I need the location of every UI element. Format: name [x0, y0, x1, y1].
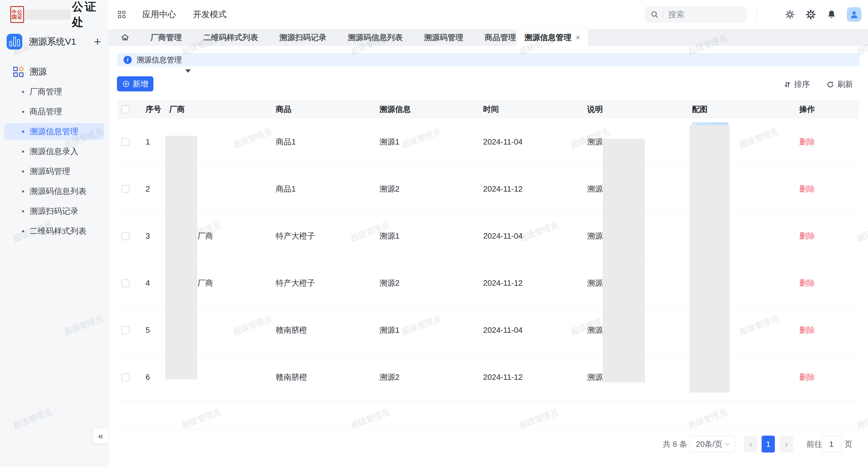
- header-divider: [757, 7, 757, 22]
- tab-item[interactable]: 商品管理: [484, 29, 517, 46]
- bullet-icon: [22, 130, 24, 133]
- brand-area: 中国 公证 公证处: [0, 0, 108, 29]
- chevron-down-icon: [185, 69, 191, 73]
- row-checkbox[interactable]: [121, 138, 130, 146]
- tab-item[interactable]: 二维码样式列表: [203, 29, 258, 46]
- goto-suffix: 页: [844, 436, 852, 453]
- refresh-button[interactable]: 刷新: [826, 79, 853, 90]
- row-checkbox[interactable]: [121, 326, 130, 334]
- header-actions: [645, 0, 861, 29]
- tab-item[interactable]: 溯源扫码记录: [279, 29, 327, 46]
- cell-trace-info: 溯源2: [379, 184, 483, 194]
- sort-icon: [783, 80, 792, 89]
- cell-trace-info: 溯源2: [379, 372, 483, 382]
- row-checkbox[interactable]: [121, 232, 130, 240]
- delete-button[interactable]: 删除: [799, 231, 815, 240]
- table-body: 1 商品1 溯源1 2024-11-04 溯源 删除 2 商品1 溯源2 202…: [118, 119, 859, 401]
- app-root: 超级管理员超级管理员超级管理员超级管理员超级管理员超级管理员超级管理员超级管理员…: [0, 0, 868, 467]
- sort-label: 排序: [794, 79, 810, 90]
- sidebar-item[interactable]: 溯源信息录入: [4, 143, 104, 160]
- redacted-image-column: [689, 125, 730, 392]
- settings-gear-outline-icon[interactable]: [805, 9, 816, 20]
- tab-label: 溯源信息管理: [524, 32, 571, 43]
- cell-index: 4: [140, 279, 169, 288]
- cell-index: 1: [140, 137, 169, 147]
- sidebar-item[interactable]: 溯源码信息列表: [4, 183, 104, 200]
- add-button-label: 新增: [133, 79, 148, 89]
- sidebar-item[interactable]: 厂商管理: [4, 83, 104, 100]
- column-header: 配图: [692, 104, 799, 115]
- cell-time: 2024-11-04: [483, 325, 587, 335]
- table-footer-spacer: [118, 401, 859, 430]
- goto-page-input[interactable]: [822, 439, 841, 449]
- main-area: 厂商管理二维码样式列表溯源扫码记录溯源码信息列表溯源码管理商品管理溯源信息管理×…: [108, 29, 868, 467]
- tab-label: 溯源扫码记录: [279, 32, 327, 43]
- prev-page-button[interactable]: ‹: [744, 436, 757, 453]
- notification-bell-icon[interactable]: [827, 9, 837, 20]
- info-banner: i 溯源信息管理: [117, 53, 860, 66]
- page-size-select[interactable]: 20条/页: [689, 436, 735, 453]
- cell-product: 特产大橙子: [276, 231, 379, 241]
- sidebar-item[interactable]: 二维码样式列表: [4, 223, 104, 239]
- sidebar-item-label: 溯源扫码记录: [30, 206, 79, 216]
- cell-index: 3: [140, 231, 169, 241]
- search-input[interactable]: [668, 10, 723, 20]
- page-number-button[interactable]: 1: [762, 436, 775, 453]
- delete-button[interactable]: 删除: [799, 184, 815, 194]
- row-checkbox[interactable]: [121, 279, 130, 287]
- tab-item[interactable]: 厂商管理: [150, 29, 182, 46]
- sidebar-item-label: 溯源码信息列表: [30, 186, 87, 197]
- delete-button[interactable]: 删除: [799, 137, 815, 146]
- header-nav: 应用中心开发模式: [118, 0, 227, 29]
- sidebar-menu: 厂商管理商品管理溯源信息管理溯源信息录入溯源码管理溯源码信息列表溯源扫码记录二维…: [0, 83, 108, 239]
- sidebar-item[interactable]: 溯源扫码记录: [4, 203, 104, 220]
- tab-item[interactable]: 溯源码信息列表: [347, 29, 403, 46]
- bullet-icon: [22, 91, 24, 93]
- table-row: 1 商品1 溯源1 2024-11-04 溯源 删除: [118, 119, 859, 166]
- delete-button[interactable]: 删除: [799, 279, 815, 288]
- redacted-vendor-column: [165, 136, 197, 380]
- sidebar-item[interactable]: 商品管理: [4, 103, 104, 120]
- row-checkbox[interactable]: [121, 373, 130, 381]
- sidebar-item[interactable]: 溯源信息管理: [4, 123, 104, 140]
- page-content: i 溯源信息管理 新增 排序: [108, 46, 868, 467]
- tab-label: 溯源码管理: [424, 32, 463, 43]
- app-title: 溯源系统V1: [29, 36, 76, 48]
- bullet-icon: [22, 230, 24, 232]
- header-nav-item-0[interactable]: 应用中心: [142, 9, 176, 20]
- sidebar-item-label: 溯源码管理: [30, 166, 70, 177]
- row-checkbox[interactable]: [121, 185, 130, 193]
- cell-trace-info: 溯源1: [379, 231, 483, 241]
- column-header: 说明: [587, 104, 692, 115]
- add-button[interactable]: 新增: [117, 76, 153, 91]
- group-grid-icon: [13, 67, 24, 77]
- delete-button[interactable]: 删除: [799, 373, 815, 382]
- column-header: 溯源信息: [379, 104, 483, 115]
- settings-gear-filled-icon[interactable]: [785, 9, 795, 20]
- sort-button[interactable]: 排序: [783, 79, 810, 90]
- top-header: 中国 公证 公证处 应用中心开发模式: [0, 0, 868, 29]
- select-all-checkbox[interactable]: [121, 105, 130, 113]
- header-nav-item-1[interactable]: 开发模式: [193, 9, 227, 20]
- sidebar-item[interactable]: 溯源码管理: [4, 163, 104, 180]
- sidebar-item-label: 厂商管理: [30, 86, 62, 97]
- table-row: 6 赣南脐橙 溯源2 2024-11-12 溯源 删除: [118, 354, 859, 401]
- tab-label: 二维码样式列表: [203, 32, 258, 43]
- app-logo-chart-icon: [7, 34, 22, 50]
- sidebar-item-label: 二维码样式列表: [30, 226, 87, 236]
- table-tools: 排序 刷新: [783, 79, 853, 90]
- tab-item[interactable]: 溯源码管理: [424, 29, 464, 46]
- sidebar-collapse-button[interactable]: «: [93, 428, 108, 443]
- global-search[interactable]: [645, 6, 747, 23]
- home-tab-button[interactable]: [121, 33, 130, 42]
- tab-active[interactable]: 溯源信息管理×: [517, 29, 588, 46]
- next-page-button[interactable]: ›: [780, 436, 793, 453]
- cell-time: 2024-11-12: [483, 184, 587, 194]
- user-avatar[interactable]: [847, 7, 861, 22]
- sidebar-group-trace[interactable]: 溯源: [13, 66, 108, 78]
- add-app-button[interactable]: +: [94, 35, 101, 49]
- delete-button[interactable]: 删除: [799, 325, 815, 334]
- bullet-icon: [22, 191, 24, 193]
- apps-icon[interactable]: [118, 11, 125, 18]
- close-tab-icon[interactable]: ×: [576, 33, 580, 42]
